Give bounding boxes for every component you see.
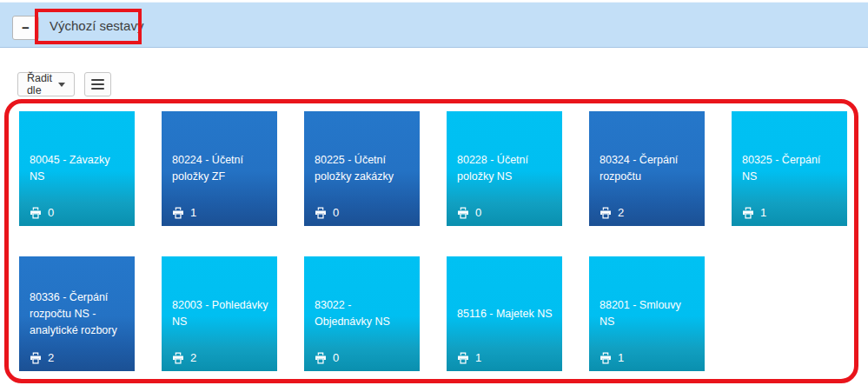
report-tile-88201[interactable]: 88201 - Smlouvy NS 1 (589, 256, 705, 371)
print-count: 2 (190, 351, 196, 364)
printer-icon (30, 352, 42, 364)
print-count: 1 (618, 351, 624, 364)
collapse-panel-button[interactable]: − (12, 16, 39, 40)
printer-icon (457, 352, 469, 364)
print-count: 2 (48, 351, 54, 364)
hamburger-menu-icon (91, 79, 104, 90)
report-tile-80325[interactable]: 80325 - Čerpání NS 1 (732, 111, 847, 226)
sort-by-button[interactable]: Řadit dle (17, 72, 75, 96)
printer-icon (600, 207, 612, 219)
print-count: 1 (190, 206, 196, 219)
report-tile-80336[interactable]: 80336 - Čerpání rozpočtu NS - analytické… (19, 256, 135, 371)
print-count: 0 (48, 206, 54, 219)
print-count: 0 (475, 206, 481, 219)
caret-down-icon (58, 83, 65, 87)
print-count: 2 (618, 206, 624, 219)
printer-icon (315, 352, 327, 364)
report-tile-83022[interactable]: 83022 - Objednávky NS 0 (304, 256, 420, 371)
printer-icon (457, 207, 469, 219)
report-tile-85116[interactable]: 85116 - Majetek NS 1 (447, 256, 562, 371)
sort-by-label: Řadit dle (27, 72, 52, 96)
printer-icon (172, 352, 184, 364)
report-tile-80224[interactable]: 80224 - Účetní položky ZF 1 (162, 111, 277, 226)
report-tile-80228[interactable]: 80228 - Účetní položky NS 0 (447, 111, 562, 226)
print-count: 1 (760, 206, 766, 219)
print-count: 1 (475, 351, 481, 364)
printer-icon (172, 207, 184, 219)
print-count: 0 (333, 206, 339, 219)
printer-icon (315, 207, 327, 219)
layout-menu-button[interactable] (84, 72, 111, 96)
report-tile-80324[interactable]: 80324 - Čerpání rozpočtu 2 (589, 111, 705, 226)
printer-icon (600, 352, 612, 364)
printer-icon (742, 207, 754, 219)
report-tile-80225[interactable]: 80225 - Účetní položky zakázky 0 (304, 111, 420, 226)
print-count: 0 (333, 351, 339, 364)
report-tile-grid: 80045 - Závazky NS 0 80224 - Účetní polo… (19, 111, 847, 371)
printer-icon (30, 207, 42, 219)
page-title: Výchozí sestavy (50, 3, 143, 49)
report-tile-82003[interactable]: 82003 - Pohledávky NS 2 (162, 256, 277, 371)
panel-header: − Výchozí sestavy (0, 2, 868, 48)
minus-icon: − (22, 20, 30, 35)
report-tile-80045[interactable]: 80045 - Závazky NS 0 (19, 111, 135, 226)
